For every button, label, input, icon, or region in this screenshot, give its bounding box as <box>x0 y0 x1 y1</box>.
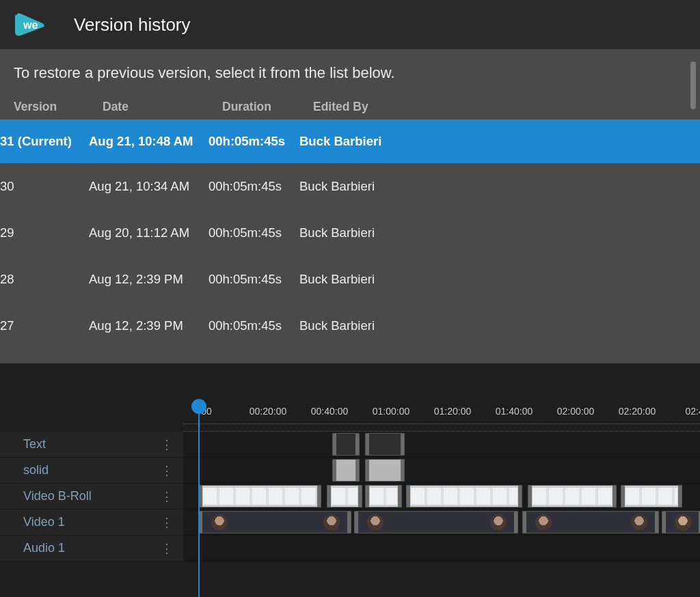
ruler-tick: 01:00:00 <box>373 406 410 417</box>
clip[interactable] <box>327 485 362 508</box>
clip-handle-left[interactable] <box>662 512 666 533</box>
clip-thumb <box>535 514 552 531</box>
track-row[interactable] <box>183 484 700 510</box>
duration-cell: 00h:05m:45s <box>208 134 299 149</box>
clip-handle-left[interactable] <box>327 486 331 507</box>
clip[interactable] <box>198 485 321 508</box>
version-row[interactable]: 27Aug 12, 2:39 PM00h:05m:45sBuck Barbier… <box>0 303 700 349</box>
track-more-icon[interactable]: ⋮ <box>161 515 172 530</box>
edited-by-cell: Buck Barbieri <box>299 179 700 194</box>
clip-handle-left[interactable] <box>528 486 532 507</box>
track-content[interactable] <box>183 432 700 561</box>
clip-handle-right[interactable] <box>398 486 401 507</box>
clip-thumb <box>411 488 517 505</box>
version-row[interactable]: 28Aug 12, 2:39 PM00h:05m:45sBuck Barbier… <box>0 256 700 303</box>
clip[interactable] <box>365 433 405 456</box>
track-label-row: Text⋮ <box>0 432 183 458</box>
clip[interactable] <box>365 485 402 508</box>
clip[interactable] <box>354 511 518 533</box>
clip-thumb <box>631 514 647 531</box>
ruler-tick: 02:00:00 <box>557 406 595 417</box>
scrollbar-thumb[interactable] <box>690 61 696 109</box>
clip-handle-left[interactable] <box>366 486 369 507</box>
track-more-icon[interactable]: ⋮ <box>161 437 172 452</box>
track-row[interactable] <box>183 432 700 458</box>
clip-handle-left[interactable] <box>366 460 369 481</box>
clip-handle-right[interactable] <box>317 486 321 507</box>
clip[interactable] <box>365 459 405 482</box>
clip-handle-right[interactable] <box>401 460 404 481</box>
track-name: Video 1 <box>23 515 65 529</box>
clip[interactable] <box>662 511 700 533</box>
clip-handle-right[interactable] <box>655 512 658 533</box>
clip[interactable] <box>332 459 360 482</box>
date-cell: Aug 12, 2:39 PM <box>89 272 208 287</box>
track-row[interactable] <box>183 510 700 536</box>
ruler-tick: 02:20:00 <box>619 406 656 417</box>
clip-thumb <box>203 488 317 505</box>
clip[interactable] <box>406 485 522 508</box>
track-more-icon[interactable]: ⋮ <box>161 463 172 478</box>
clip[interactable] <box>198 511 351 533</box>
clip-thumb <box>490 514 507 531</box>
clip[interactable] <box>528 485 617 508</box>
edited-by-cell: Buck Barbieri <box>299 134 700 149</box>
ruler-tick: 01:40:00 <box>496 406 533 417</box>
clip-thumb <box>370 488 397 505</box>
page-title: Version history <box>74 14 191 36</box>
clip-handle-right[interactable] <box>514 512 517 533</box>
track-name: Text <box>23 437 46 452</box>
clip-handle-right[interactable] <box>355 434 359 455</box>
version-history-panel: To restore a previous version, select it… <box>0 49 700 363</box>
svg-text:we: we <box>23 19 38 31</box>
duration-cell: 00h:05m:45s <box>208 318 299 333</box>
clip-handle-left[interactable] <box>366 434 369 455</box>
version-cell: 30 <box>0 179 89 194</box>
track-labels: Text⋮solid⋮Video B-Roll⋮Video 1⋮Audio 1⋮ <box>0 432 183 561</box>
clip-handle-right[interactable] <box>358 486 362 507</box>
playhead[interactable] <box>198 403 200 597</box>
timeline-ruler[interactable]: 0000:20:0000:40:0001:00:0001:20:0001:40:… <box>183 403 700 432</box>
clip-handle-right[interactable] <box>401 434 404 455</box>
version-row[interactable]: 29Aug 20, 11:12 AM00h:05m:45sBuck Barbie… <box>0 210 700 256</box>
track-more-icon[interactable]: ⋮ <box>161 489 172 504</box>
clip-handle-right[interactable] <box>347 512 351 533</box>
col-header-edited-by: Edited By <box>313 100 686 114</box>
clip-thumb <box>323 514 340 531</box>
clip-handle-left[interactable] <box>621 486 625 507</box>
clip-handle-right[interactable] <box>518 486 522 507</box>
version-row[interactable]: 30Aug 21, 10:34 AM00h:05m:45sBuck Barbie… <box>0 163 700 210</box>
playhead-knob-icon[interactable] <box>191 399 206 414</box>
clip-thumb <box>625 488 677 505</box>
col-header-duration: Duration <box>222 100 313 114</box>
date-cell: Aug 20, 11:12 AM <box>89 225 208 240</box>
panel-instruction: To restore a previous version, select it… <box>14 64 686 82</box>
clip-handle-left[interactable] <box>333 460 336 481</box>
clip-thumb <box>533 488 612 505</box>
track-label-row: Video 1⋮ <box>0 510 183 536</box>
date-cell: Aug 21, 10:34 AM <box>89 179 208 194</box>
edited-by-cell: Buck Barbieri <box>299 272 700 287</box>
track-row[interactable] <box>183 536 700 561</box>
edited-by-cell: Buck Barbieri <box>299 225 700 240</box>
track-more-icon[interactable]: ⋮ <box>161 541 172 556</box>
clip[interactable] <box>332 433 360 456</box>
clip-handle-right[interactable] <box>678 486 682 507</box>
title-bar: we Version history <box>0 0 700 49</box>
clip-handle-right[interactable] <box>612 486 616 507</box>
clip-handle-left[interactable] <box>407 486 410 507</box>
clip[interactable] <box>621 485 682 508</box>
clip[interactable] <box>522 511 659 533</box>
clip-handle-left[interactable] <box>355 512 358 533</box>
clip-handle-right[interactable] <box>355 460 359 481</box>
duration-cell: 00h:05m:45s <box>208 272 299 287</box>
version-row[interactable]: 31 (Current)Aug 21, 10:48 AM00h:05m:45sB… <box>0 120 700 163</box>
clip-thumb <box>367 514 383 531</box>
date-cell: Aug 21, 10:48 AM <box>89 134 208 149</box>
clip-handle-left[interactable] <box>523 512 526 533</box>
track-row[interactable] <box>183 458 700 484</box>
track-label-row: Video B-Roll⋮ <box>0 484 183 510</box>
duration-cell: 00h:05m:45s <box>208 225 299 240</box>
clip-thumb <box>332 488 358 505</box>
clip-handle-left[interactable] <box>333 434 336 455</box>
